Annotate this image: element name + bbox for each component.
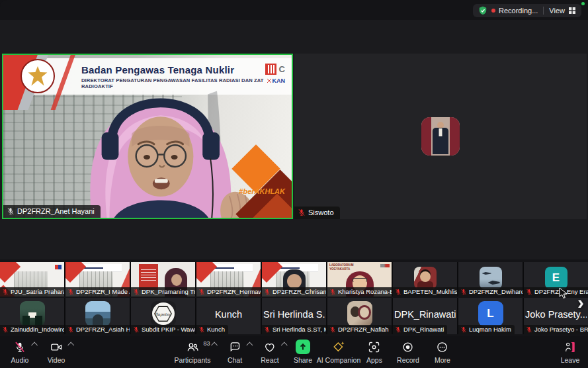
video-options-caret-icon[interactable] xyxy=(67,342,74,349)
participant-tile[interactable]: DP2FRZR_I Made Ard... xyxy=(65,262,130,297)
participant-tile[interactable]: DP2FRZR_Hermawan... xyxy=(196,262,261,297)
participant-tile[interactable]: BAPETEN_Mukhlisin xyxy=(393,262,457,297)
participant-tile[interactable]: PJU_Satria Prahara xyxy=(0,262,64,297)
participant-name: Kunch xyxy=(207,326,225,333)
participant-name: DPK_Pramaning Tri H... xyxy=(142,288,195,295)
speaker-portrait xyxy=(3,55,292,219)
participant-tile[interactable]: LABORATORIUM YOGYAKARTA Kharistya Rozana… xyxy=(327,262,392,297)
mouse-cursor xyxy=(559,287,568,299)
ai-companion-button[interactable]: AI Companion xyxy=(317,340,361,364)
muted-mic-icon xyxy=(198,326,205,333)
participant-tile[interactable]: DP2FRZR_Asiah Has... xyxy=(65,298,130,334)
participant-name: Sri Herlinda S.ST, M.Si xyxy=(273,326,326,333)
muted-mic-icon xyxy=(395,289,401,295)
participant-name-tag: Subdit PKIP - Wawan... xyxy=(131,325,195,334)
muted-mic-icon xyxy=(133,326,140,333)
participant-tile[interactable]: Sri Herlinda S... Sri Herlinda S.ST, M.S… xyxy=(262,298,326,334)
audio-options-caret-icon[interactable] xyxy=(31,342,38,349)
participant-avatar xyxy=(414,267,437,289)
participant-name-tag: DP2FRZR_Chrisantus... xyxy=(262,287,326,297)
muted-mic-icon xyxy=(198,289,205,295)
participant-letter-avatar: E xyxy=(545,267,567,289)
zoom-meeting-window: Recording... View xyxy=(0,0,588,368)
react-caret-icon[interactable] xyxy=(281,342,288,349)
apps-button[interactable]: Apps xyxy=(366,340,382,364)
participant-tile[interactable]: Kunch Kunch xyxy=(196,298,261,334)
security-shield-icon xyxy=(478,6,487,15)
chat-label: Chat xyxy=(228,356,242,364)
participants-label: Participants xyxy=(175,356,211,364)
participant-tile[interactable]: DPK_Pramaning Tri H... xyxy=(131,262,195,297)
active-speaker-tile[interactable]: Badan Pengawas Tenaga Nuklir DIREKTORAT … xyxy=(2,54,293,219)
apps-icon xyxy=(368,340,382,354)
participant-name: PJU_Satria Prahara xyxy=(11,288,64,295)
participant-name-tag: DP2FRZR_I Made Ard... xyxy=(65,287,130,297)
apps-label: Apps xyxy=(366,356,382,364)
participant-name-tag: DP2FRZR_Hermawan... xyxy=(196,287,261,297)
avatar-letter: E xyxy=(552,271,560,285)
tile-text-line xyxy=(214,267,234,269)
audio-button[interactable]: Audio xyxy=(11,340,29,364)
heart-react-icon xyxy=(263,340,277,354)
video-button[interactable]: Video xyxy=(48,340,65,364)
share-screen-icon xyxy=(296,340,310,354)
tile-person-face xyxy=(171,274,182,286)
camera-active-dot xyxy=(581,2,585,5)
tile-person-face xyxy=(287,274,302,289)
filmstrip-next-page-chevron-icon[interactable]: › xyxy=(577,294,584,311)
participants-caret-icon[interactable] xyxy=(211,342,218,349)
muted-mic-icon xyxy=(298,208,306,216)
participant-name-tag: DP2FRZR_Dwihardjo... xyxy=(458,287,523,297)
chat-button[interactable]: Chat xyxy=(228,340,242,364)
participant-avatar xyxy=(20,301,45,326)
tile-red-poster xyxy=(139,264,158,289)
participant-name: DP2FRZR_Hermawan... xyxy=(207,288,261,295)
more-button[interactable]: More xyxy=(435,340,450,364)
participant-name: Kharistya Rozana-BRIN xyxy=(338,288,392,295)
participant-name: BAPETEN_Mukhlisin xyxy=(403,288,457,295)
muted-mic-icon xyxy=(7,207,15,215)
react-button[interactable]: React xyxy=(261,340,278,364)
muted-mic-icon xyxy=(67,326,74,333)
recording-indicator[interactable]: Recording... xyxy=(491,7,538,15)
record-button[interactable]: Record xyxy=(397,340,419,364)
video-camera-icon xyxy=(49,340,63,354)
active-speaker-name: DP2FRZR_Anet Hayani xyxy=(17,207,95,215)
muted-mic-icon xyxy=(264,326,271,333)
bapeten-badge: Bapeten xyxy=(152,302,175,325)
participant-name: DP2FRZR_Chrisantus... xyxy=(273,288,326,295)
participant-tile[interactable]: L Luqman Hakim xyxy=(458,298,523,334)
participants-button[interactable]: 83 Participants xyxy=(175,340,211,364)
avatar-left-panel xyxy=(421,117,431,156)
participant-name: Luqman Hakim xyxy=(469,326,511,333)
participant-name-tag: Kharistya Rozana-BRIN xyxy=(327,287,392,297)
share-green-box xyxy=(296,340,310,354)
participant-name-tag: PJU_Satria Prahara xyxy=(0,287,64,297)
filmstrip-row-1: PJU_Satria Prahara DP2FRZR_I Made Ard...… xyxy=(0,262,588,297)
avatar-letter: L xyxy=(487,307,493,320)
share-button[interactable]: Share xyxy=(294,340,312,364)
record-label: Record xyxy=(397,356,419,364)
participant-tile[interactable]: Zainuddin_Indowire xyxy=(0,298,64,334)
participant-tile[interactable]: DP2FRZR_Nafiah xyxy=(327,298,392,334)
participant-tile[interactable]: DP2FRZR_Chrisantus... xyxy=(262,262,326,297)
pill-divider xyxy=(543,7,544,15)
tile-text-line xyxy=(280,267,300,269)
leave-button[interactable]: Leave xyxy=(561,340,580,364)
more-ellipsis-icon xyxy=(436,340,450,354)
meeting-topbar: Recording... View xyxy=(0,0,588,20)
audio-label: Audio xyxy=(11,356,29,364)
participant-name: DPK_Rinawati xyxy=(403,326,444,333)
participant-name-tag: BAPETEN_Mukhlisin xyxy=(393,287,457,297)
participant-name-tag: Luqman Hakim xyxy=(458,325,515,334)
muted-mic-icon xyxy=(2,289,9,295)
participant-tile[interactable]: Bapeten Subdit PKIP - Wawan... xyxy=(131,298,195,334)
participant-name-tag: Sri Herlinda S.ST, M.Si xyxy=(262,325,326,334)
chat-caret-icon[interactable] xyxy=(246,342,253,349)
participant-tile[interactable]: DP2FRZR_Dwihardjo... xyxy=(458,262,523,297)
participant-tile[interactable]: DPK_Rinawati DPK_Rinawati xyxy=(393,298,457,334)
remote-participant-tile[interactable]: Siswoto xyxy=(294,54,587,219)
participant-display-name: DPK_Rinawati xyxy=(394,309,456,320)
view-button[interactable]: View xyxy=(549,7,576,15)
record-icon xyxy=(401,340,415,354)
